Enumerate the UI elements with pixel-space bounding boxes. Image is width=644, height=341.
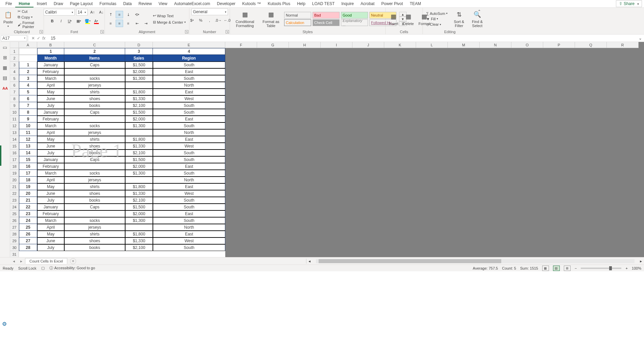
- number-dialog-launcher[interactable]: ↘: [226, 30, 229, 33]
- ribbon-tab-draw[interactable]: Draw: [50, 1, 67, 7]
- row-header-20[interactable]: 20: [10, 177, 19, 183]
- row-header-29[interactable]: 29: [10, 237, 19, 244]
- cell-month[interactable]: July: [37, 150, 64, 156]
- cell[interactable]: 11: [19, 129, 37, 136]
- ribbon-tab-kutools-[interactable]: Kutools ™: [239, 1, 264, 7]
- enter-formula-icon[interactable]: ✓: [37, 36, 40, 41]
- cell[interactable]: 20: [19, 190, 37, 197]
- cell-region[interactable]: East: [153, 68, 225, 75]
- font-size-selector[interactable]: 14▾: [76, 9, 88, 16]
- tool-2[interactable]: ⊞: [2, 55, 8, 61]
- cell-region[interactable]: East: [153, 210, 225, 217]
- row-header-2[interactable]: 2: [10, 55, 19, 62]
- cell-sales[interactable]: $1,330: [125, 190, 153, 197]
- row-header-10[interactable]: 10: [10, 109, 19, 116]
- cell-sales[interactable]: $1,500: [125, 204, 153, 210]
- row-header-27[interactable]: 27: [10, 224, 19, 231]
- cell-items[interactable]: shoes: [64, 237, 125, 244]
- cell-items[interactable]: jerseys: [64, 82, 125, 89]
- cell-items[interactable]: shirts: [64, 136, 125, 143]
- cell-items[interactable]: books: [64, 102, 125, 109]
- cell-sales[interactable]: $1,330: [125, 143, 153, 150]
- cell-month[interactable]: January: [37, 156, 64, 163]
- row-header-21[interactable]: 21: [10, 183, 19, 190]
- insert-cells-button[interactable]: ▦Insert: [388, 12, 400, 26]
- row-header-30[interactable]: 30: [10, 244, 19, 251]
- cell-items[interactable]: socks: [64, 170, 125, 177]
- cell[interactable]: Items: [64, 55, 125, 62]
- cell[interactable]: 18: [19, 177, 37, 183]
- zoom-slider[interactable]: [581, 268, 621, 269]
- col-header-Q[interactable]: Q: [575, 42, 607, 48]
- number-format-selector[interactable]: General▾: [191, 8, 228, 15]
- cell-region[interactable]: North: [153, 129, 225, 136]
- cell-month[interactable]: May: [37, 183, 64, 190]
- view-page-layout-icon[interactable]: ▤: [553, 266, 560, 271]
- align-bottom-icon[interactable]: ⤓: [124, 11, 132, 18]
- cell-region[interactable]: South: [153, 150, 225, 156]
- cell-month[interactable]: May: [37, 89, 64, 95]
- cell-sales[interactable]: $1,330: [125, 237, 153, 244]
- font-color-button[interactable]: A▾: [93, 17, 100, 25]
- hscroll-left[interactable]: ◂: [306, 259, 313, 264]
- cell-items[interactable]: socks: [64, 122, 125, 129]
- cell-items[interactable]: shoes: [64, 95, 125, 102]
- cell-sales[interactable]: $2,000: [125, 210, 153, 217]
- col-header-C[interactable]: C: [64, 42, 125, 48]
- merge-center-button[interactable]: ⊟Merge & Center▾: [152, 20, 187, 25]
- cell[interactable]: [19, 55, 37, 62]
- cell-items[interactable]: [64, 68, 125, 75]
- ribbon-tab-review[interactable]: Review: [135, 1, 155, 7]
- cell[interactable]: 25: [19, 224, 37, 231]
- sheet-nav-next[interactable]: ▸: [18, 259, 25, 264]
- cell-month[interactable]: April: [37, 177, 64, 183]
- cell-sales[interactable]: $1,300: [125, 75, 153, 82]
- ribbon-tab-page-layout[interactable]: Page Layout: [67, 1, 96, 7]
- col-header-E[interactable]: E: [153, 42, 225, 48]
- cell-region[interactable]: South: [153, 197, 225, 204]
- decrease-font-icon[interactable]: A↓: [98, 8, 105, 16]
- cell-region[interactable]: East: [153, 183, 225, 190]
- cell-month[interactable]: July: [37, 244, 64, 251]
- cell-sales[interactable]: $1,800: [125, 136, 153, 143]
- orientation-icon[interactable]: ⟲▾: [133, 11, 141, 18]
- cell-items[interactable]: Caps: [64, 109, 125, 116]
- cell[interactable]: 3: [19, 75, 37, 82]
- font-dialog-launcher[interactable]: ↘: [100, 30, 104, 33]
- cell-items[interactable]: shirts: [64, 183, 125, 190]
- font-name-selector[interactable]: Calibri▾: [44, 9, 75, 16]
- format-as-table-button[interactable]: ▦Format as Table: [260, 9, 282, 28]
- find-select-button[interactable]: 🔍Find & Select: [469, 9, 485, 28]
- col-header-L[interactable]: L: [416, 42, 448, 48]
- style-bad[interactable]: Bad: [313, 12, 340, 19]
- cell-sales[interactable]: $1,300: [125, 170, 153, 177]
- tool-5[interactable]: ᴀᴀ: [2, 85, 8, 91]
- row-header-8[interactable]: 8: [10, 95, 19, 102]
- align-left-icon[interactable]: ≡: [107, 20, 114, 27]
- sort-filter-button[interactable]: ⇅Sort & Filter: [451, 9, 467, 28]
- cell-items[interactable]: books: [64, 197, 125, 204]
- cell-region[interactable]: South: [153, 109, 225, 116]
- row-header-19[interactable]: 19: [10, 170, 19, 177]
- cell-month[interactable]: May: [37, 136, 64, 143]
- cell-month[interactable]: March: [37, 170, 64, 177]
- cell[interactable]: [19, 48, 37, 55]
- align-middle-icon[interactable]: ≡: [116, 11, 123, 18]
- row-header-17[interactable]: 17: [10, 156, 19, 163]
- clipboard-dialog-launcher[interactable]: ↘: [40, 30, 43, 33]
- cell[interactable]: Region: [153, 55, 225, 62]
- expand-formula-bar[interactable]: ⌄: [637, 36, 644, 41]
- cell-items[interactable]: books: [64, 244, 125, 251]
- paste-button[interactable]: 📋 Paste ▾: [2, 10, 14, 28]
- cell-region[interactable]: South: [153, 122, 225, 129]
- decrease-indent-icon[interactable]: ⇤: [133, 20, 141, 27]
- cell-sales[interactable]: $1,800: [125, 183, 153, 190]
- align-right-icon[interactable]: ≡: [124, 20, 132, 27]
- cell[interactable]: 10: [19, 122, 37, 129]
- cell-region[interactable]: South: [153, 62, 225, 68]
- col-header-P[interactable]: P: [543, 42, 575, 48]
- hscroll-right[interactable]: ▸: [638, 259, 644, 264]
- cell[interactable]: Month: [37, 55, 64, 62]
- cell-month[interactable]: June: [37, 95, 64, 102]
- cell-region[interactable]: West: [153, 143, 225, 150]
